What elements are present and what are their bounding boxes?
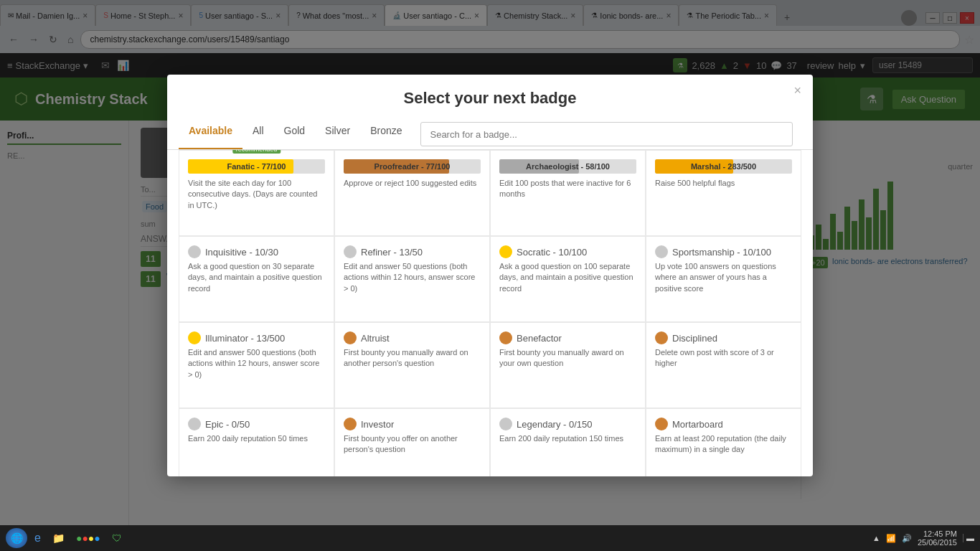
- disciplined-desc: Delete own post with score of 3 or highe…: [655, 347, 792, 369]
- badge-cell-proofreader[interactable]: Proofreader - 77/100 Approve or reject 1…: [334, 150, 490, 236]
- altruist-desc: First bounty you manually award on anoth…: [344, 347, 481, 369]
- tab-available[interactable]: Available: [179, 119, 242, 149]
- modal-title: Select your next badge: [184, 89, 796, 108]
- refiner-name: Refiner - 13/50: [361, 247, 423, 258]
- epic-desc: Earn 200 daily reputation 50 times: [188, 433, 325, 444]
- disciplined-icon: [655, 331, 668, 344]
- modal-overlay: Select your next badge × Available All G…: [0, 0, 980, 551]
- badge-cell-refiner[interactable]: Refiner - 13/50 Edit and answer 50 quest…: [334, 236, 490, 322]
- badge-cell-illuminator[interactable]: Illuminator - 13/500 Edit and answer 500…: [179, 322, 334, 408]
- investor-icon: [344, 418, 357, 430]
- sportsmanship-desc: Up vote 100 answers on questions where a…: [655, 261, 792, 294]
- start-button[interactable]: 🌐: [6, 528, 27, 548]
- sportsmanship-name: Sportsmanship - 10/100: [672, 247, 771, 258]
- illuminator-name: Illuminator - 13/500: [205, 333, 285, 344]
- time-value: 12:45 PM: [918, 529, 957, 538]
- socratic-icon: [499, 245, 512, 258]
- taskbar-chrome[interactable]: ●●●●: [72, 528, 105, 548]
- taskbar-ie[interactable]: e: [30, 528, 45, 548]
- badge-cell-marshal[interactable]: Marshal - 283/500 Raise 500 helpful flag…: [646, 150, 801, 236]
- date-value: 25/06/2015: [918, 538, 957, 547]
- archaeologist-progress: Archaeologist - 58/100: [499, 159, 636, 174]
- illuminator-icon: [188, 331, 201, 344]
- benefactor-icon: [499, 331, 512, 344]
- badge-cell-benefactor[interactable]: Benefactor First bounty you manually awa…: [490, 322, 646, 408]
- tab-silver[interactable]: Silver: [315, 119, 360, 149]
- altruist-name: Altruist: [361, 333, 390, 344]
- inquisitive-desc: Ask a good question on 30 separate days,…: [188, 261, 325, 294]
- badge-cell-epic[interactable]: Epic - 0/50 Earn 200 daily reputation 50…: [179, 408, 334, 476]
- badge-cell-altruist[interactable]: Altruist First bounty you manually award…: [334, 322, 490, 408]
- badge-cell-fanatic[interactable]: recommended Fanatic - 77/100 Visit the s…: [179, 150, 334, 236]
- badge-search-input[interactable]: [420, 122, 793, 146]
- tab-all[interactable]: All: [242, 119, 274, 149]
- taskbar-shield[interactable]: 🛡: [108, 528, 126, 548]
- badge-cell-socratic[interactable]: Socratic - 10/100 Ask a good question on…: [490, 236, 646, 322]
- taskbar-files[interactable]: 📁: [48, 528, 69, 548]
- benefactor-name: Benefactor: [517, 333, 562, 344]
- modal-close-button[interactable]: ×: [793, 83, 801, 98]
- badge-cell-legendary[interactable]: Legendary - 0/150 Earn 200 daily reputat…: [490, 408, 646, 476]
- epic-name: Epic - 0/50: [205, 419, 250, 430]
- legendary-icon: [499, 418, 512, 430]
- modal-header: Select your next badge ×: [167, 75, 813, 119]
- badge-grid: recommended Fanatic - 77/100 Visit the s…: [167, 150, 813, 476]
- illuminator-desc: Edit and answer 500 questions (both acti…: [188, 347, 325, 380]
- badge-cell-mortarboard[interactable]: Mortarboard Earn at least 200 reputation…: [646, 408, 801, 476]
- badge-cell-archaeologist[interactable]: Archaeologist - 58/100 Edit 100 posts th…: [490, 150, 646, 236]
- marshal-progress: Marshal - 283/500: [655, 159, 792, 174]
- investor-name: Investor: [361, 419, 394, 430]
- taskbar: 🌐 e 📁 ●●●● 🛡 ▲ 📶 🔊 12:45 PM 25/06/2015 ▬: [0, 525, 980, 551]
- marshal-desc: Raise 500 helpful flags: [655, 178, 792, 189]
- proofreader-desc: Approve or reject 100 suggested edits: [344, 178, 481, 189]
- altruist-icon: [344, 331, 357, 344]
- notification-icon: ▲: [872, 534, 880, 542]
- badge-search-container: [412, 119, 801, 149]
- fanatic-progress: Fanatic - 77/100: [188, 159, 325, 174]
- taskbar-icons: ▲ 📶 🔊 12:45 PM 25/06/2015 ▬: [872, 529, 974, 547]
- sound-icon: 🔊: [902, 534, 912, 543]
- recommended-tag: recommended: [232, 150, 281, 154]
- mortarboard-icon: [655, 418, 668, 430]
- fanatic-desc: Visit the site each day for 100 consecut…: [188, 178, 325, 211]
- legendary-name: Legendary - 0/150: [517, 419, 593, 430]
- tab-gold[interactable]: Gold: [274, 119, 316, 149]
- network-icon: 📶: [886, 534, 896, 543]
- legendary-desc: Earn 200 daily reputation 150 times: [499, 433, 636, 444]
- refiner-desc: Edit and answer 50 questions (both actio…: [344, 261, 481, 294]
- inquisitive-name: Inquisitive - 10/30: [205, 247, 278, 258]
- badge-cell-inquisitive[interactable]: Inquisitive - 10/30 Ask a good question …: [179, 236, 334, 322]
- show-desktop-icon[interactable]: ▬: [963, 534, 974, 542]
- benefactor-desc: First bounty you manually award on your …: [499, 347, 636, 369]
- modal: Select your next badge × Available All G…: [167, 75, 813, 476]
- time-display: 12:45 PM 25/06/2015: [918, 529, 957, 547]
- epic-icon: [188, 418, 201, 430]
- modal-tabs-row: Available All Gold Silver Bronze: [167, 119, 813, 150]
- socratic-name: Socratic - 10/100: [517, 247, 587, 258]
- disciplined-name: Disciplined: [672, 333, 717, 344]
- socratic-desc: Ask a good question on 100 separate days…: [499, 261, 636, 294]
- investor-desc: First bounty you offer on another person…: [344, 433, 481, 456]
- badge-cell-sportsmanship[interactable]: Sportsmanship - 10/100 Up vote 100 answe…: [646, 236, 801, 322]
- mortarboard-desc: Earn at least 200 reputation (the daily …: [655, 433, 792, 456]
- archaeologist-desc: Edit 100 posts that were inactive for 6 …: [499, 178, 636, 200]
- sportsmanship-icon: [655, 245, 668, 258]
- inquisitive-icon: [188, 245, 201, 258]
- proofreader-progress: Proofreader - 77/100: [344, 159, 481, 174]
- tab-bronze[interactable]: Bronze: [360, 119, 412, 149]
- refiner-icon: [344, 245, 357, 258]
- badge-cell-disciplined[interactable]: Disciplined Delete own post with score o…: [646, 322, 801, 408]
- badge-cell-investor[interactable]: Investor First bounty you offer on anoth…: [334, 408, 490, 476]
- mortarboard-name: Mortarboard: [672, 419, 723, 430]
